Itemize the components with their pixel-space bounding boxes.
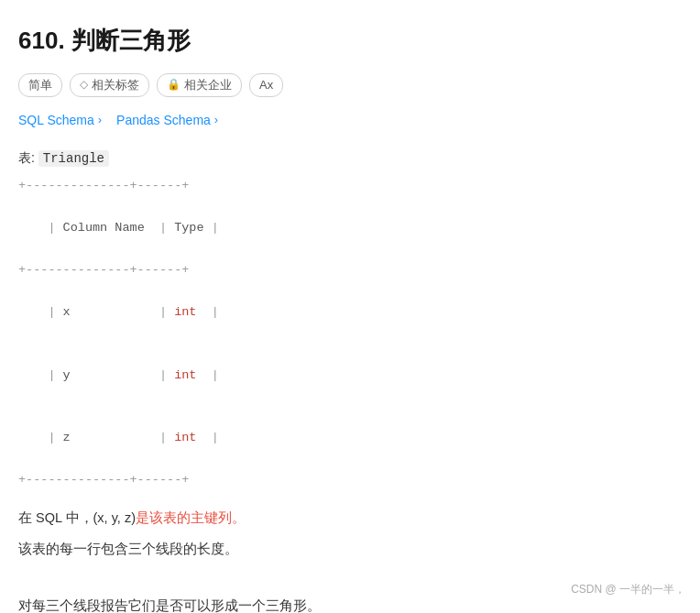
pandas-schema-link[interactable]: Pandas Schema (116, 110, 211, 130)
sql-schema-arrow: › (98, 111, 102, 130)
sql-schema-link[interactable]: SQL Schema (18, 110, 94, 130)
schema-border-bot: +--------------+------+ (18, 470, 682, 491)
schema-border-mid: +--------------+------+ (18, 260, 682, 281)
schema-border-top: +--------------+------+ (18, 176, 682, 197)
table-label: 表: Triangle (18, 148, 682, 169)
tag-related-companies-label: 相关企业 (184, 76, 232, 95)
schema-header-row: | Column Name | Type | (18, 197, 682, 260)
tag-icon: ◇ (80, 76, 88, 93)
tag-related-companies[interactable]: 🔒 相关企业 (157, 73, 242, 98)
description-line-2: 该表的每一行包含三个线段的长度。 (18, 537, 682, 561)
page-title: 610. 判断三角形 (18, 22, 682, 60)
table-label-text: 表: (18, 150, 38, 165)
tag-related-tags-label: 相关标签 (92, 76, 139, 95)
tags-row: 简单 ◇ 相关标签 🔒 相关企业 Ax (18, 73, 682, 98)
schema-row-y: | y | int | (18, 345, 682, 408)
tag-ax[interactable]: Ax (249, 73, 283, 98)
schema-row-z: | z | int | (18, 407, 682, 470)
tag-ax-label: Ax (259, 76, 273, 95)
tag-easy-label: 简单 (28, 76, 52, 95)
tag-easy[interactable]: 简单 (18, 73, 62, 98)
schema-table: +--------------+------+ | Column Name | … (18, 176, 682, 491)
table-name: Triangle (38, 150, 109, 167)
schema-row-x: | x | int | (18, 281, 682, 345)
schema-links-row: SQL Schema › Pandas Schema › (18, 110, 682, 130)
pandas-schema-arrow: › (214, 111, 218, 130)
lock-icon: 🔒 (167, 76, 180, 93)
tag-related-tags[interactable]: ◇ 相关标签 (70, 73, 149, 98)
description-line-1: 在 SQL 中，(x, y, z)是该表的主键列。 (18, 506, 682, 530)
blank-spacer-1 (18, 568, 682, 581)
footer-watermark: CSDN @ 一半的一半， (571, 581, 685, 598)
